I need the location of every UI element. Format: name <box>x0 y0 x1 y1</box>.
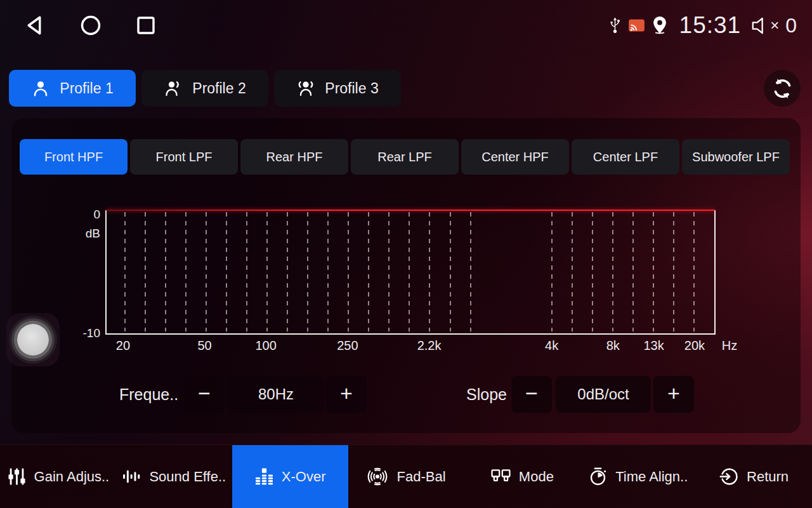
profile-tab-label: Profile 2 <box>192 80 246 97</box>
x-tick-label: 4k <box>545 338 558 353</box>
gridline <box>124 212 126 331</box>
profile-tab-label: Profile 1 <box>60 80 113 97</box>
volume-mute-x: × <box>770 17 779 34</box>
sound-icon <box>122 467 141 486</box>
filter-tab-front-hpf[interactable]: Front HPF <box>20 139 128 175</box>
xover-icon <box>254 467 274 486</box>
filter-tab-center-hpf[interactable]: Center HPF <box>461 139 569 175</box>
gridline <box>673 212 674 331</box>
filter-tab-subwoofer-lpf[interactable]: Subwoofer LPF <box>682 139 790 175</box>
y-axis-bottom-label: -10 <box>75 326 100 340</box>
back-icon[interactable] <box>24 14 47 37</box>
nav-item-fad-bal[interactable]: Fad-Bal <box>348 445 464 508</box>
profile-tab-2[interactable]: Profile 2 <box>141 70 268 107</box>
nav-item-time-align[interactable]: Time Align.. <box>580 445 696 508</box>
nav-item-sound-effe[interactable]: Sound Effe.. <box>116 445 232 508</box>
nav-item-x-over[interactable]: X-Over <box>232 445 348 508</box>
gridline <box>388 212 390 331</box>
gridline <box>693 212 695 331</box>
filter-tab-rear-hpf[interactable]: Rear HPF <box>240 139 348 175</box>
gridline <box>612 212 613 331</box>
refresh-button[interactable] <box>764 70 801 107</box>
status-icons: 15:31 × 0 <box>608 12 797 39</box>
gridline <box>551 212 553 331</box>
slope-value: 0dB/oct <box>556 376 651 413</box>
x-tick-label: 13k <box>643 338 664 353</box>
y-axis-top-label: 0 <box>75 208 100 222</box>
slope-minus-button[interactable]: − <box>511 376 552 413</box>
nav-item-label: Gain Adjus.. <box>34 469 110 485</box>
nav-item-gain-adjus[interactable]: Gain Adjus.. <box>0 445 116 508</box>
nav-item-label: Fad-Bal <box>396 469 445 485</box>
knob-icon <box>17 324 49 356</box>
person-voice-icon <box>164 79 183 98</box>
nav-item-label: Time Align.. <box>615 469 688 485</box>
gridline <box>450 212 451 331</box>
gridline <box>266 212 268 331</box>
x-tick-label: 20k <box>684 338 705 353</box>
gridline <box>287 212 288 331</box>
profile-tabs: Profile 1Profile 2Profile 3 <box>9 70 401 107</box>
clock: 15:31 <box>679 12 742 39</box>
nav-item-label: Return <box>747 469 789 485</box>
volume-muted-icon[interactable] <box>751 17 765 35</box>
bottom-nav: Gain Adjus..Sound Effe..X-OverFad-BalMod… <box>0 444 812 508</box>
slope-label: Slope <box>466 376 507 413</box>
profile-tab-1[interactable]: Profile 1 <box>9 70 136 107</box>
profile-tab-3[interactable]: Profile 3 <box>274 70 401 107</box>
x-tick-label: 2.2k <box>417 338 442 353</box>
nav-item-label: X-Over <box>282 469 326 485</box>
gridline <box>327 212 329 331</box>
frequency-plus-button[interactable]: + <box>326 376 367 413</box>
mode-icon <box>490 467 511 486</box>
filter-tab-center-lpf[interactable]: Center LPF <box>572 139 679 175</box>
gridline <box>572 212 573 331</box>
time-icon <box>588 467 608 486</box>
filter-tab-rear-lpf[interactable]: Rear LPF <box>351 139 459 175</box>
cast-icon <box>628 18 645 33</box>
x-tick-label: 50 <box>197 338 211 353</box>
person-icon <box>31 79 50 98</box>
gain-icon <box>7 467 27 486</box>
gridline <box>653 212 654 331</box>
gridline <box>226 212 227 331</box>
response-line <box>106 210 715 211</box>
gridline <box>165 212 166 331</box>
frequency-label: Freque.. <box>119 376 178 413</box>
gridline <box>368 212 369 331</box>
person-voice2-icon <box>296 79 315 98</box>
x-tick-label: 8k <box>606 338 620 353</box>
filter-tabs: Front HPFFront LPFRear HPFRear LPFCenter… <box>20 139 790 175</box>
return-icon <box>719 467 739 486</box>
gridline <box>185 212 187 331</box>
location-icon <box>652 16 668 35</box>
fadbal-icon <box>366 466 389 487</box>
frequency-value: 80Hz <box>228 376 324 413</box>
y-axis-unit-label: dB <box>75 227 100 241</box>
system-nav-buttons <box>24 14 157 37</box>
volume-level: 0 <box>785 14 797 37</box>
gridline <box>592 212 593 331</box>
nav-item-mode[interactable]: Mode <box>464 445 580 508</box>
x-tick-label: 250 <box>337 338 358 353</box>
nav-item-label: Mode <box>519 469 554 485</box>
frequency-minus-button[interactable]: − <box>184 376 225 413</box>
gridline <box>246 212 247 331</box>
nav-item-return[interactable]: Return <box>696 445 812 508</box>
gridline <box>409 212 410 331</box>
gridline <box>632 212 634 331</box>
status-bar: 15:31 × 0 <box>0 0 812 51</box>
gridline <box>470 212 471 331</box>
floating-knob-button[interactable] <box>6 313 60 366</box>
gridline <box>145 212 146 331</box>
recents-icon[interactable] <box>134 14 157 37</box>
refresh-icon <box>771 77 794 100</box>
chart-plot <box>105 210 716 335</box>
filter-tab-front-lpf[interactable]: Front LPF <box>130 139 238 175</box>
slope-plus-button[interactable]: + <box>653 376 694 413</box>
usb-icon <box>608 17 622 34</box>
gridline <box>206 212 207 331</box>
x-tick-label: 20 <box>116 338 130 353</box>
nav-item-label: Sound Effe.. <box>149 469 226 485</box>
home-icon[interactable] <box>79 14 102 37</box>
